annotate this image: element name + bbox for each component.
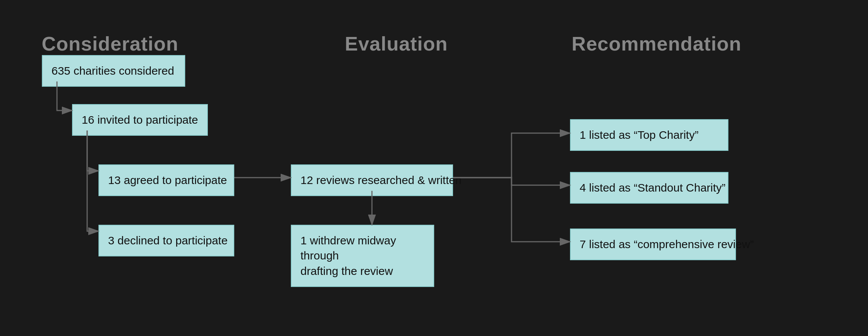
flow-area: 635 charities considered 16 invited to p…	[42, 55, 827, 319]
diagram-wrapper: Consideration Evaluation Recommendation …	[19, 17, 849, 319]
header-evaluation: Evaluation	[268, 17, 525, 55]
box-635: 635 charities considered	[42, 55, 185, 87]
header-recommendation: Recommendation	[525, 17, 789, 55]
box-1top: 1 listed as “Top Charity”	[570, 119, 728, 151]
box-12: 12 reviews researched & written	[291, 164, 453, 196]
box-1withdrew: 1 withdrew midway throughdrafting the re…	[291, 225, 434, 287]
box-3: 3 declined to participate	[98, 225, 234, 257]
header-consideration: Consideration	[42, 17, 268, 55]
box-13: 13 agreed to participate	[98, 164, 234, 196]
box-4standout: 4 listed as “Standout Charity”	[570, 172, 728, 204]
box-16: 16 invited to participate	[72, 104, 208, 136]
headers-row: Consideration Evaluation Recommendation	[19, 17, 849, 55]
box-7comprehensive: 7 listed as “comprehensive review”	[570, 229, 736, 261]
